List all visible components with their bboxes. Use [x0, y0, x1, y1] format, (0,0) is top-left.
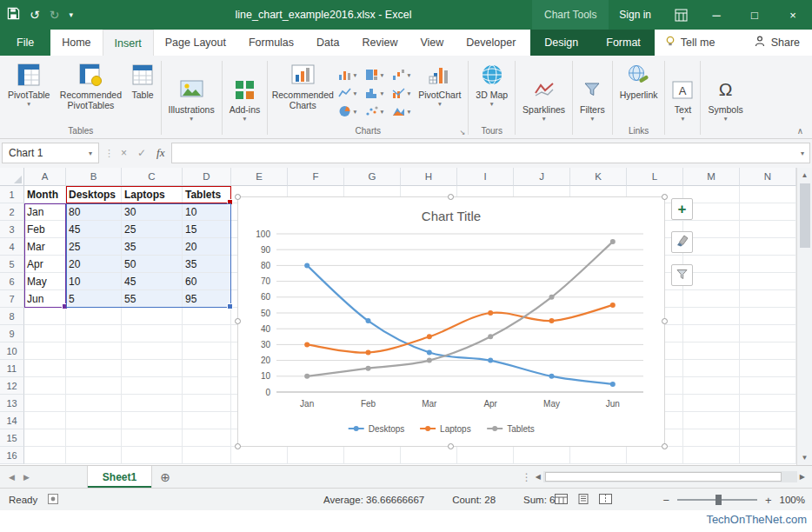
tab-developer[interactable]: Developer	[455, 30, 527, 56]
normal-view-icon[interactable]	[555, 494, 568, 506]
cell-D11[interactable]	[183, 360, 231, 377]
cell-C10[interactable]	[122, 342, 183, 360]
row-header-7[interactable]: 7	[0, 290, 24, 308]
vertical-scrollbar-thumb[interactable]	[800, 183, 810, 248]
column-header-L[interactable]: L	[627, 168, 683, 186]
chart-elements-button[interactable]: +	[671, 198, 693, 220]
cell-B12[interactable]	[66, 377, 122, 395]
cell-A10[interactable]	[24, 342, 66, 360]
cell-C6[interactable]: 45	[122, 273, 183, 290]
cell-B14[interactable]	[66, 412, 122, 429]
cell-A2[interactable]: Jan	[24, 203, 66, 221]
column-header-G[interactable]: G	[344, 168, 401, 186]
cell-D5[interactable]: 35	[183, 256, 231, 273]
cell-M14[interactable]	[683, 412, 740, 429]
cell-N10[interactable]	[740, 342, 796, 360]
cell-D16[interactable]	[183, 447, 231, 464]
cell-D9[interactable]	[183, 325, 231, 342]
column-header-M[interactable]: M	[683, 168, 740, 186]
recommended-pivottables-button[interactable]: Recommended PivotTables	[53, 59, 128, 125]
chart-styles-button[interactable]	[671, 231, 693, 253]
row-header-12[interactable]: 12	[0, 377, 24, 395]
cell-B4[interactable]: 25	[66, 238, 122, 256]
cell-N9[interactable]	[740, 325, 796, 342]
cell-E16[interactable]	[231, 447, 288, 464]
cell-M16[interactable]	[683, 447, 740, 464]
horizontal-scrollbar-thumb[interactable]	[545, 472, 782, 482]
cell-N12[interactable]	[740, 377, 796, 395]
column-header-D[interactable]: D	[183, 168, 231, 186]
row-header-10[interactable]: 10	[0, 342, 24, 360]
chart-resize-handle[interactable]	[235, 318, 241, 324]
new-sheet-icon[interactable]: ⊕	[152, 466, 178, 488]
cell-N1[interactable]	[740, 186, 796, 203]
cell-N2[interactable]	[740, 203, 796, 221]
cell-N8[interactable]	[740, 308, 796, 325]
cell-D8[interactable]	[183, 308, 231, 325]
column-header-K[interactable]: K	[570, 168, 627, 186]
macro-record-icon[interactable]	[48, 494, 58, 506]
cell-D1[interactable]: Tablets	[183, 186, 231, 203]
page-layout-view-icon[interactable]	[577, 494, 589, 506]
cell-M8[interactable]	[683, 308, 740, 325]
cell-N14[interactable]	[740, 412, 796, 429]
tab-insert[interactable]: Insert	[103, 30, 154, 56]
column-header-J[interactable]: J	[514, 168, 570, 186]
chart-resize-handle[interactable]	[235, 443, 241, 449]
cell-D15[interactable]	[183, 429, 231, 447]
line-chart-button[interactable]: ▾	[334, 84, 361, 103]
tab-formulas[interactable]: Formulas	[237, 30, 305, 56]
cell-B5[interactable]: 20	[66, 256, 122, 273]
tell-me-box[interactable]: Tell me	[655, 30, 726, 56]
column-header-H[interactable]: H	[401, 168, 457, 186]
cell-C4[interactable]: 35	[122, 238, 183, 256]
share-button[interactable]: Share	[742, 30, 812, 56]
cell-B9[interactable]	[66, 325, 122, 342]
cell-N13[interactable]	[740, 395, 796, 412]
maximize-button[interactable]: □	[735, 0, 774, 30]
cell-K16[interactable]	[570, 447, 627, 464]
expand-formula-bar-icon[interactable]: ▾	[801, 150, 804, 157]
formula-input[interactable]: ▾	[171, 143, 810, 163]
chart-resize-handle[interactable]	[662, 318, 668, 324]
cell-A1[interactable]: Month	[24, 186, 66, 203]
cell-N3[interactable]	[740, 221, 796, 238]
row-header-13[interactable]: 13	[0, 395, 24, 412]
waterfall-chart-button[interactable]: ▾	[388, 66, 415, 84]
sheet-tab-sheet1[interactable]: Sheet1	[87, 466, 152, 488]
page-break-preview-icon[interactable]	[599, 494, 612, 506]
zoom-out-icon[interactable]: −	[662, 494, 669, 507]
insert-function-icon[interactable]: fx	[156, 146, 164, 160]
chart-resize-handle[interactable]	[235, 194, 241, 200]
cell-C15[interactable]	[122, 429, 183, 447]
prev-sheet-icon[interactable]: ◀	[9, 473, 15, 482]
cell-M15[interactable]	[683, 429, 740, 447]
sign-in-button[interactable]: Sign in	[606, 0, 664, 30]
charts-dialog-launcher-icon[interactable]: ↘	[460, 129, 466, 136]
cell-C7[interactable]: 55	[122, 290, 183, 308]
chart-resize-handle[interactable]	[662, 443, 668, 449]
cell-N5[interactable]	[740, 256, 796, 273]
cell-D2[interactable]: 10	[183, 203, 231, 221]
row-header-6[interactable]: 6	[0, 273, 24, 290]
row-header-1[interactable]: 1	[0, 186, 24, 203]
cell-B2[interactable]: 80	[66, 203, 122, 221]
column-header-A[interactable]: A	[24, 168, 66, 186]
cell-C9[interactable]	[122, 325, 183, 342]
pivottable-button[interactable]: PivotTable ▾	[4, 59, 53, 125]
row-header-15[interactable]: 15	[0, 429, 24, 447]
hyperlink-button[interactable]: Hyperlink	[616, 59, 662, 125]
cell-A5[interactable]: Apr	[24, 256, 66, 273]
column-header-E[interactable]: E	[231, 168, 288, 186]
column-header-I[interactable]: I	[457, 168, 514, 186]
cell-A11[interactable]	[24, 360, 66, 377]
tab-view[interactable]: View	[409, 30, 455, 56]
cell-C8[interactable]	[122, 308, 183, 325]
cell-B8[interactable]	[66, 308, 122, 325]
cell-M11[interactable]	[683, 360, 740, 377]
text-button[interactable]: A Text ▾	[669, 59, 696, 138]
addins-button[interactable]: Add-ins ▾	[226, 59, 264, 138]
cell-H16[interactable]	[401, 447, 457, 464]
row-header-4[interactable]: 4	[0, 238, 24, 256]
cell-C16[interactable]	[122, 447, 183, 464]
